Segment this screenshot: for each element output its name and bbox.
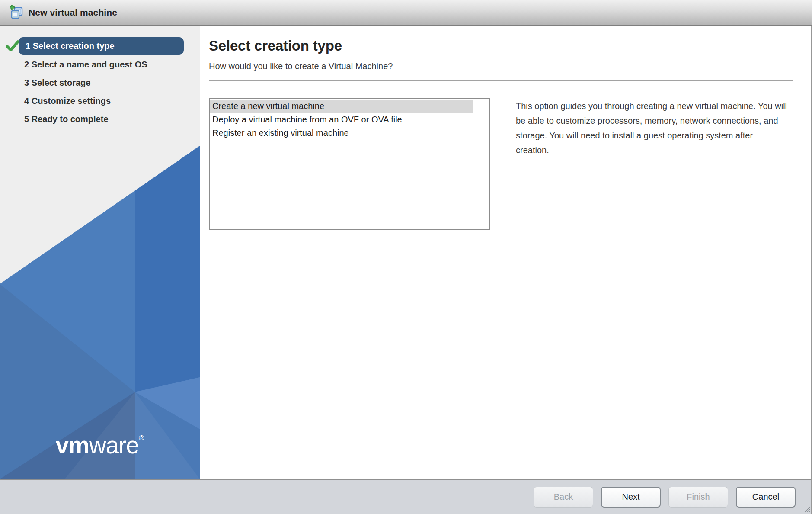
vmware-logo-ware: ware — [89, 432, 139, 459]
window-title: New virtual machine — [29, 7, 117, 18]
vmware-polygon-art — [0, 146, 200, 479]
wizard-steps-list: 1 Select creation type 2 Select a name a… — [0, 26, 200, 128]
titlebar[interactable]: New virtual machine — [0, 0, 812, 26]
registered-mark: ® — [139, 434, 144, 442]
page-subtitle: How would you like to create a Virtual M… — [209, 61, 793, 72]
wizard-footer: Back Next Finish Cancel — [0, 479, 812, 514]
option-create-new-vm[interactable]: Create a new virtual machine — [210, 100, 473, 113]
step-label: Ready to complete — [32, 114, 109, 124]
resize-grip-icon[interactable] — [803, 506, 810, 513]
cancel-button[interactable]: Cancel — [736, 487, 796, 508]
step-number: 3 — [24, 78, 29, 87]
vmware-logo-vm: vm — [55, 432, 89, 459]
creation-type-listbox[interactable]: Create a new virtual machine Deploy a vi… — [209, 98, 490, 230]
step-number: 5 — [24, 114, 29, 124]
window-right-border — [811, 26, 812, 514]
step-number: 1 — [26, 41, 30, 51]
step-number: 2 — [24, 60, 29, 69]
wizard-step-5-ready-to-complete[interactable]: 5 Ready to complete — [0, 110, 200, 128]
next-button[interactable]: Next — [601, 487, 661, 508]
option-register-existing-vm[interactable]: Register an existing virtual machine — [210, 126, 489, 140]
step-number: 4 — [24, 96, 29, 106]
divider — [209, 80, 793, 81]
new-vm-wizard-window: New virtual machine 1 Select creation ty… — [0, 0, 812, 514]
step-label: Select storage — [32, 78, 91, 87]
wizard-step-2-select-name-guest-os[interactable]: 2 Select a name and guest OS — [0, 55, 200, 74]
vmware-logo: vmware® — [0, 431, 200, 459]
finish-button: Finish — [668, 487, 728, 508]
wizard-steps-sidebar: 1 Select creation type 2 Select a name a… — [0, 26, 200, 479]
new-vm-icon — [10, 5, 24, 20]
option-deploy-ovf-ova[interactable]: Deploy a virtual machine from an OVF or … — [210, 113, 489, 126]
plus-badge-icon — [10, 5, 15, 10]
wizard-step-3-select-storage[interactable]: 3 Select storage — [0, 74, 200, 92]
page-title: Select creation type — [209, 37, 793, 55]
checkmark-icon — [6, 40, 19, 52]
step-label: Select creation type — [33, 41, 115, 51]
wizard-content-pane: Select creation type How would you like … — [200, 26, 812, 479]
back-button: Back — [534, 487, 593, 508]
wizard-step-1-select-creation-type[interactable]: 1 Select creation type — [19, 37, 184, 55]
option-description: This option guides you through creating … — [516, 99, 787, 157]
step-label: Customize settings — [32, 96, 111, 106]
wizard-step-4-customize-settings[interactable]: 4 Customize settings — [0, 92, 200, 110]
step-label: Select a name and guest OS — [32, 60, 147, 69]
